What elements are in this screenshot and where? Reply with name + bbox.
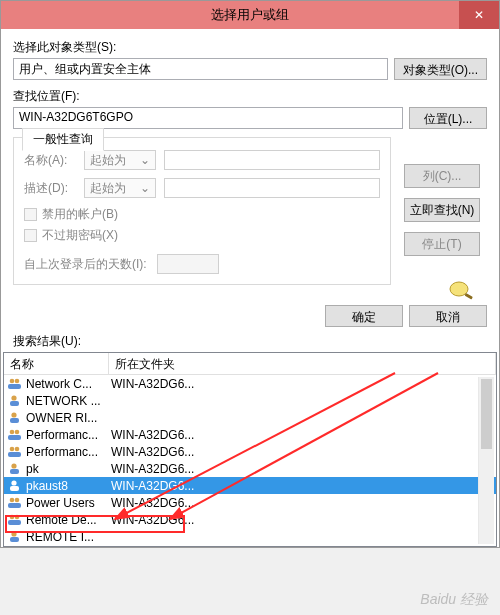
row-name: Network C... <box>26 377 109 391</box>
object-type-button[interactable]: 对象类型(O)... <box>394 58 487 80</box>
svg-point-13 <box>15 447 20 452</box>
magnifier-icon <box>446 280 476 305</box>
row-name: Performanc... <box>26 445 109 459</box>
scrollbar[interactable] <box>478 377 494 544</box>
table-row[interactable]: REMOTE I... <box>4 528 496 545</box>
svg-point-12 <box>10 447 15 452</box>
table-row[interactable]: NETWORK ... <box>4 392 496 409</box>
row-folder: WIN-A32DG6... <box>109 547 496 548</box>
name-input[interactable] <box>164 150 380 170</box>
svg-point-2 <box>10 379 15 384</box>
group-icon <box>7 496 23 510</box>
table-row[interactable]: Network C...WIN-A32DG6... <box>4 375 496 392</box>
row-name: NETWORK ... <box>26 394 109 408</box>
disabled-account-checkbox[interactable] <box>24 208 37 221</box>
svg-point-17 <box>11 480 16 485</box>
table-row[interactable]: pkaust8WIN-A32DG6... <box>4 477 496 494</box>
row-name: pk <box>26 462 109 476</box>
svg-point-15 <box>11 463 16 468</box>
query-tab[interactable]: 一般性查询 <box>22 128 104 151</box>
table-row[interactable]: OWNER RI... <box>4 409 496 426</box>
desc-input[interactable] <box>164 178 380 198</box>
dialog: 选择用户或组 ✕ 选择此对象类型(S): 用户、组或内置安全主体 对象类型(O)… <box>0 0 500 548</box>
object-type-label: 选择此对象类型(S): <box>13 39 487 56</box>
svg-rect-4 <box>8 384 21 389</box>
user-icon <box>7 462 23 476</box>
svg-point-10 <box>15 430 20 435</box>
days-since-login-label: 自上次登录后的天数(I): <box>24 256 147 273</box>
svg-rect-26 <box>10 537 19 542</box>
row-name: Power Users <box>26 496 109 510</box>
cancel-button[interactable]: 取消 <box>409 305 487 327</box>
find-now-button[interactable]: 立即查找(N) <box>404 198 480 222</box>
password-never-expire-checkbox[interactable] <box>24 229 37 242</box>
close-icon: ✕ <box>474 8 484 22</box>
group-icon <box>7 377 23 391</box>
svg-rect-11 <box>8 435 21 440</box>
disabled-account-label: 禁用的帐户(B) <box>42 206 118 223</box>
row-name: Performanc... <box>26 428 109 442</box>
location-label: 查找位置(F): <box>13 88 487 105</box>
user-icon <box>7 394 23 408</box>
svg-point-19 <box>10 498 15 503</box>
stop-button[interactable]: 停止(T) <box>404 232 480 256</box>
results-list[interactable]: 名称 所在文件夹 Network C...WIN-A32DG6...NETWOR… <box>3 352 497 547</box>
chevron-down-icon: ⌄ <box>140 153 150 167</box>
svg-point-22 <box>10 515 15 520</box>
svg-rect-1 <box>465 293 473 300</box>
table-row[interactable]: pkWIN-A32DG6... <box>4 460 496 477</box>
name-label: 名称(A): <box>24 152 76 169</box>
user-icon <box>7 479 23 493</box>
desc-operator-combo[interactable]: 起始为⌄ <box>84 178 156 198</box>
svg-rect-21 <box>8 503 21 508</box>
svg-point-9 <box>10 430 15 435</box>
columns-button[interactable]: 列(C)... <box>404 164 480 188</box>
desc-label: 描述(D): <box>24 180 76 197</box>
chevron-down-icon: ⌄ <box>140 181 150 195</box>
svg-point-3 <box>15 379 20 384</box>
password-never-expire-label: 不过期密码(X) <box>42 227 118 244</box>
col-folder-header[interactable]: 所在文件夹 <box>109 353 496 374</box>
row-folder: WIN-A32DG6... <box>109 513 496 527</box>
table-row[interactable]: Remote M...WIN-A32DG6... <box>4 545 496 547</box>
svg-rect-8 <box>10 418 19 423</box>
group-icon <box>7 547 23 548</box>
location-button[interactable]: 位置(L)... <box>409 107 487 129</box>
svg-point-5 <box>11 395 16 400</box>
user-icon <box>7 411 23 425</box>
svg-point-0 <box>450 282 468 296</box>
object-type-value: 用户、组或内置安全主体 <box>13 58 388 80</box>
svg-point-20 <box>15 498 20 503</box>
row-name: OWNER RI... <box>26 411 109 425</box>
table-row[interactable]: Remote De...WIN-A32DG6... <box>4 511 496 528</box>
user-icon <box>7 530 23 544</box>
svg-point-7 <box>11 412 16 417</box>
svg-rect-14 <box>8 452 21 457</box>
table-row[interactable]: Performanc...WIN-A32DG6... <box>4 426 496 443</box>
titlebar: 选择用户或组 ✕ <box>1 1 499 29</box>
row-folder: WIN-A32DG6... <box>109 462 496 476</box>
row-name: Remote M... <box>26 547 109 548</box>
results-label: 搜索结果(U): <box>13 333 487 350</box>
close-button[interactable]: ✕ <box>459 1 499 29</box>
results-header: 名称 所在文件夹 <box>4 353 496 375</box>
watermark: Baidu 经验 <box>420 591 488 609</box>
table-row[interactable]: Power UsersWIN-A32DG6... <box>4 494 496 511</box>
svg-rect-16 <box>10 469 19 474</box>
svg-rect-18 <box>10 486 19 491</box>
group-icon <box>7 445 23 459</box>
ok-button[interactable]: 确定 <box>325 305 403 327</box>
table-row[interactable]: Performanc...WIN-A32DG6... <box>4 443 496 460</box>
row-folder: WIN-A32DG6... <box>109 445 496 459</box>
days-combo[interactable] <box>157 254 219 274</box>
col-name-header[interactable]: 名称 <box>4 353 109 374</box>
name-operator-combo[interactable]: 起始为⌄ <box>84 150 156 170</box>
location-value: WIN-A32DG6T6GPO <box>13 107 403 129</box>
row-folder: WIN-A32DG6... <box>109 428 496 442</box>
title-text: 选择用户或组 <box>211 6 289 24</box>
svg-point-25 <box>11 531 16 536</box>
action-row: 确定 取消 <box>1 305 487 327</box>
group-icon <box>7 428 23 442</box>
group-icon <box>7 513 23 527</box>
row-name: Remote De... <box>26 513 109 527</box>
